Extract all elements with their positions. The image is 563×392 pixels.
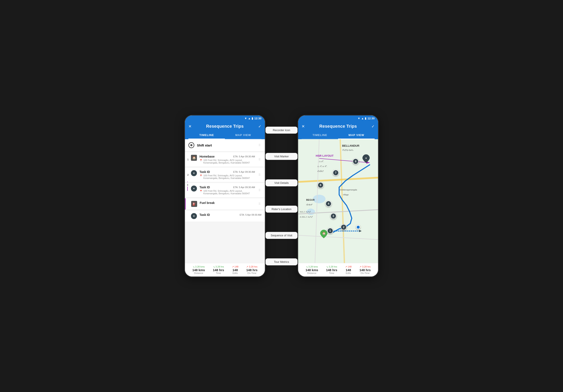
metric-ontime-change-left: ↗ 3.28 hrs <box>246 266 257 268</box>
metric-dist-value-r: 148 kms <box>306 268 318 272</box>
metric-time-change-r: ↘ 3.28 hrs <box>326 266 337 268</box>
shift-start-icon-inner <box>190 144 192 146</box>
shift-start-label: Shift start <box>197 143 255 147</box>
metric-ontime-value-left: 148 hrs <box>246 268 257 272</box>
item-2-title: Task ID <box>200 170 210 174</box>
drag-handle-2[interactable]: ⠿ <box>257 172 261 177</box>
timeline-item-last: ▼ Task ID ETA: 5 Apr 09:30 AM <box>185 211 265 222</box>
status-icons-left: ▼ ▲ ▮ <box>244 117 253 120</box>
bellandur-label: BELLANDUR <box>342 144 359 147</box>
annotation-recorder-icon: Recorder Icon <box>266 126 297 134</box>
confirm-button-right[interactable]: ✓ <box>371 124 375 129</box>
timeline-item-3: ↑ 3 ▼ Task ID ETA: 5 Apr 09:30 AM 📍 100 … <box>185 183 265 198</box>
begur-label: BEGUR <box>306 199 315 201</box>
kamma-label: ಕಾಮನಹಳ್ಳಿ <box>300 211 311 213</box>
metric-time-label-r: Time <box>326 272 337 274</box>
scene: ▼ ▲ ▮ 12:30 ✕ Resequence Trips ✓ TIMELIN… <box>184 115 379 277</box>
home-map-marker: 🏠 <box>320 230 327 237</box>
tour-metrics-right: ↘ 3.28 kms 148 kms Distance ↘ 3.28 hrs 1… <box>298 263 378 277</box>
status-time-right: 12:30 <box>368 117 375 120</box>
item-2-content: Task ID ETA: 5 Apr 09:30 AM 📍 100 Feet R… <box>200 170 255 179</box>
metric-edits-value-left: 148 <box>232 268 238 272</box>
fuel-title: Fuel break <box>200 201 215 204</box>
item-1-address: 📍 100 Feet Rd, Srinivagilu, AVS Layout, … <box>200 159 255 164</box>
metric-distance-change-left: ↘ 3.28 kms <box>192 266 205 268</box>
header-top-left: ✕ Resequence Trips ✓ <box>188 124 261 129</box>
annotation-tour-metrics: Tour Metrics <box>266 258 297 266</box>
shift-start-icon <box>188 142 194 148</box>
item-3-address-text: 100 Feet Rd, Srinivagilu, AVS Layout, Ko… <box>203 190 255 195</box>
map-marker-8: 8 <box>353 158 358 164</box>
pin-icon-1: 📍 <box>200 159 203 162</box>
drag-handle-3[interactable]: ⠿ <box>257 188 261 193</box>
timeline-content: Shift start ⠿ 1 🏠 Homebase ETA: 5 Apr 09… <box>185 139 265 263</box>
last-task-title: Task ID <box>200 213 210 216</box>
confirm-button-left[interactable]: ✓ <box>258 124 261 129</box>
shift-start-item: Shift start ⠿ <box>185 139 265 151</box>
destination-marker: ▼ <box>362 154 370 164</box>
pin-icon-3: 📍 <box>200 190 203 193</box>
battery-icon: ▮ <box>252 117 253 120</box>
drag-handle-fuel[interactable]: ⠿ <box>257 201 261 206</box>
close-button-right[interactable]: ✕ <box>302 124 305 129</box>
metric-dist-label-r: Distance <box>306 272 318 274</box>
tab-mapview-right[interactable]: MAP VIEW <box>338 131 375 139</box>
drag-handle-1[interactable]: ⠿ <box>257 157 261 162</box>
tab-timeline-right[interactable]: TIMELINE <box>302 131 338 139</box>
bellandur-kannada: ಬೆಳ್ಳಂದೂರು <box>342 149 353 151</box>
tab-mapview-left[interactable]: MAP VIEW <box>225 131 261 139</box>
map-background: BELLANDUR ಬೆಳ್ಳಂದೂರು HSR LAYOUT ಎಚ್. ಎಸ್… <box>298 139 378 263</box>
homebase-icon: 🏠 <box>191 155 197 161</box>
timeline-item-2: 2 ▼ Task ID ETA: 5 Apr 09:30 AM 📍 100 Fe… <box>185 168 265 182</box>
annotation-visit-details: Visit Details <box>266 179 297 186</box>
phone-header-right: ✕ Resequence Trips ✓ TIMELINE MAP VIEW <box>298 121 378 139</box>
metric-distance-right: ↘ 3.28 kms 148 kms Distance <box>306 266 318 274</box>
item-3-title: Task ID <box>200 186 210 189</box>
map-marker-3: 3 <box>330 213 336 219</box>
tour-metrics-left: ↘ 3.28 kms 148 kms Distance ↘ 3.28 hrs 1… <box>185 263 265 277</box>
wifi-icon-r: ▼ <box>358 117 360 120</box>
item-number-2: 2 <box>186 174 190 176</box>
timeline-item-1: 1 🏠 Homebase ETA: 5 Apr 09:30 AM 📍 100 F… <box>185 152 265 167</box>
item-2-title-row: Task ID ETA: 5 Apr 09:30 AM <box>200 170 255 174</box>
item-3-content: Task ID ETA: 5 Apr 09:30 AM 📍 100 Feet R… <box>200 186 255 195</box>
annotation-sequence-of-visit: Sequence of Visit <box>266 232 297 239</box>
fuel-icon: ⛽ <box>191 201 197 207</box>
map-marker-6: 6 <box>318 182 324 188</box>
metric-ontime-label-left: On-Time <box>246 272 257 274</box>
phone-map: ▼ ▲ ▮ 12:30 ✕ Resequence Trips ✓ TIMELIN… <box>297 115 379 277</box>
metric-edits-label-r: Edits <box>345 272 352 274</box>
map-marker-1: 1 <box>327 228 333 234</box>
current-location-marker <box>356 225 360 229</box>
ann-visit-details: Visit Details <box>266 179 297 186</box>
tabs-left: TIMELINE MAP VIEW <box>188 131 261 139</box>
metric-edits-left: ↗ 148 148 Edits <box>232 266 238 274</box>
item-1-title: Homebase <box>200 155 215 158</box>
task-icon-2: ▼ <box>191 170 197 176</box>
signal-icon-r: ▲ <box>361 117 364 120</box>
item-1-title-row: Homebase ETA: 5 Apr 09:30 AM <box>200 155 255 158</box>
metric-distance-left: ↘ 3.28 kms 148 kms Distance <box>192 266 205 274</box>
status-icons-right: ▼ ▲ ▮ <box>358 117 366 120</box>
app-title-left: Resequence Trips <box>206 124 244 129</box>
close-button-left[interactable]: ✕ <box>188 124 192 129</box>
metric-ontime-left: ↗ 3.28 hrs 148 hrs On-Time <box>246 266 257 274</box>
metric-edits-right: ↗ 148 148 Edits <box>345 266 352 274</box>
ann-recorder: Recorder Icon <box>266 126 297 134</box>
annotation-visit-marker: Visit Marker <box>266 153 297 160</box>
map-marker-2: 2 <box>341 224 347 230</box>
drag-handle-shift[interactable]: ⠿ <box>257 143 261 148</box>
hsr-layout-label: HSR LAYOUT <box>316 154 333 157</box>
metric-time-value-r: 148 hrs <box>326 268 337 272</box>
item-number-3-label: 3 <box>187 184 188 186</box>
metric-time-label-left: Time <box>213 272 224 274</box>
metric-edits-change-left: ↗ 148 <box>232 266 238 268</box>
task-icon-last: ▼ <box>191 213 197 219</box>
metric-time-change-left: ↘ 3.28 hrs <box>213 266 224 268</box>
last-task-title-row: Task ID ETA: 5 Apr 09:30 AM <box>200 213 261 216</box>
tab-timeline-left[interactable]: TIMELINE <box>188 131 225 139</box>
svg-text:🏠: 🏠 <box>322 232 326 235</box>
hsr-kannada2: ಎಸ್.ಆರ್. <box>317 165 327 168</box>
map-container[interactable]: BELLANDUR ಬೆಳ್ಳಂದೂರು HSR LAYOUT ಎಚ್. ಎಸ್… <box>298 139 378 263</box>
header-top-right: ✕ Resequence Trips ✓ <box>302 124 375 129</box>
